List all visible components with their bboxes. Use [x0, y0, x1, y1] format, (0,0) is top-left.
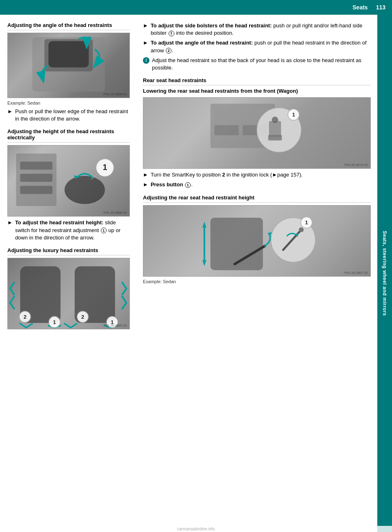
bullet-arrow-icon-4: ► — [143, 39, 148, 54]
bullet-electric-text: To adjust the head restraint height: sli… — [15, 219, 130, 241]
svg-text:2: 2 — [24, 314, 27, 320]
svg-text:1: 1 — [53, 319, 56, 325]
svg-text:1: 1 — [292, 112, 295, 118]
circle-num-press: 1 — [185, 182, 191, 188]
bullet-bolster-bold: To adjust the side bolsters of the head … — [151, 22, 272, 29]
main-content: Adjusting the angle of the head restrain… — [0, 15, 392, 342]
section-heading-rear: Rear seat head restraints — [143, 77, 371, 85]
svg-marker-37 — [203, 260, 207, 266]
bullet-bolster-text: To adjust the side bolsters of the head … — [151, 22, 371, 37]
bullet-smartkey-bold: 2 — [222, 172, 225, 178]
section-rear-head: Rear seat head restraints Lowering the r… — [143, 77, 371, 188]
svg-rect-8 — [20, 186, 52, 194]
circle-num-r2: 2 — [166, 48, 172, 54]
page-number: 113 — [376, 4, 385, 11]
press-button-bold: Press button — [151, 181, 183, 188]
section-heading-angle: Adjusting the angle of the head restrain… — [7, 22, 130, 30]
bullet-arrow-icon-5: ► — [143, 171, 148, 179]
section-rear-height: Adjusting the rear seat head restraint h… — [143, 194, 371, 284]
svg-rect-6 — [20, 162, 52, 170]
bullet-angle-1: ► Push or pull the lower edge of the hea… — [7, 108, 130, 123]
image-watermark-1: P91.16-2608-31 — [104, 92, 127, 96]
circle-num-r1: 1 — [169, 31, 174, 36]
bullet-angle-text: Push or pull the lower edge of the head … — [15, 108, 130, 123]
bullet-electric-bold: To adjust the head restraint height: — [15, 219, 103, 226]
section-heading-luxury: Adjusting the luxury head restraints — [7, 247, 130, 255]
image-watermark-4: P64.25-9074-31 — [345, 163, 368, 167]
bullet-angle: ► To adjust the angle of the head restra… — [143, 39, 371, 54]
section-height-electric: Adjusting the height of the head restrai… — [7, 128, 130, 241]
footer-watermark: carmanualonline.info — [0, 526, 392, 532]
bullet-press-text: Press button 1. — [151, 181, 371, 188]
section-heading-electric: Adjusting the height of the head restrai… — [7, 128, 130, 143]
svg-marker-36 — [203, 221, 207, 228]
image-caption-rear: Example: Sedan — [143, 279, 371, 284]
image-head-angle-svg — [8, 33, 129, 98]
bullet-arrow-icon-6: ► — [143, 181, 148, 188]
svg-rect-30 — [268, 135, 282, 141]
section-angle-head-restraints: Adjusting the angle of the head restrain… — [7, 22, 130, 123]
image-head-electric: 1 P91.10-3688-31 — [7, 145, 130, 217]
sub-section-lowering: Lowering the rear seat head restraints f… — [143, 88, 371, 188]
bullet-angle-bold: To adjust the angle of the head restrain… — [151, 40, 253, 46]
left-column: Adjusting the angle of the head restrain… — [7, 22, 130, 335]
header-title: Seats — [352, 4, 368, 11]
svg-point-31 — [272, 117, 278, 123]
section-luxury: Adjusting the luxury head restraints — [7, 247, 130, 329]
svg-rect-26 — [214, 125, 238, 135]
sidebar-label: Seats, steering wheel and mirrors — [377, 15, 392, 532]
image-rear-adjust-svg: 1 — [143, 206, 370, 276]
image-rear-lower-svg: 1 — [143, 98, 370, 168]
info-icon: i — [143, 57, 149, 64]
info-text: Adjust the head restraint so that the ba… — [152, 57, 371, 72]
svg-text:1: 1 — [305, 219, 308, 226]
image-luxury: 2 1 2 1 P91.16-2803-31 — [7, 258, 130, 329]
info-item: i Adjust the head restraint so that the … — [143, 57, 371, 72]
bullet-angle-right-text: To adjust the angle of the head restrain… — [151, 39, 371, 54]
image-rear-lower: 1 P64.25-9074-31 — [143, 97, 371, 169]
svg-rect-7 — [20, 174, 52, 182]
right-column: ► To adjust the side bolsters of the hea… — [140, 22, 371, 335]
image-head-angle: P91.16-2608-31 — [7, 33, 130, 98]
image-head-electric-svg: 1 — [8, 145, 129, 216]
circle-num-1: 1 — [101, 228, 107, 233]
bullet-smartkey: ► Turn the SmartKey to position 2 in the… — [143, 171, 371, 179]
bullet-arrow-icon-2: ► — [7, 219, 13, 241]
image-watermark-2: P91.10-3688-31 — [104, 211, 127, 215]
header-bar: Seats 113 — [0, 0, 392, 15]
bullet-smartkey-text: Turn the SmartKey to position 2 in the i… — [151, 171, 371, 179]
sidebar-label-text: Seats, steering wheel and mirrors — [382, 231, 388, 316]
bullet-electric-1: ► To adjust the head restraint height: s… — [7, 219, 130, 241]
section-heading-rear-height: Adjusting the rear seat head restraint h… — [143, 194, 371, 203]
sub-heading-lowering: Lowering the rear seat head restraints f… — [143, 88, 371, 94]
image-luxury-svg: 2 1 2 1 — [8, 258, 129, 329]
section-bolsters: ► To adjust the side bolsters of the hea… — [143, 22, 371, 72]
svg-point-42 — [299, 227, 304, 232]
svg-text:1: 1 — [102, 163, 107, 172]
bullet-arrow-icon: ► — [7, 108, 13, 123]
svg-text:2: 2 — [81, 314, 84, 320]
image-caption-1: Example: Sedan — [7, 101, 130, 105]
image-watermark-3: P91.16-2803-31 — [104, 324, 127, 327]
svg-point-9 — [65, 176, 105, 204]
bullet-side-bolster: ► To adjust the side bolsters of the hea… — [143, 22, 371, 37]
bullet-press-button: ► Press button 1. — [143, 181, 371, 188]
bullet-arrow-icon-3: ► — [143, 22, 148, 37]
svg-rect-2 — [49, 41, 89, 67]
image-watermark-5: P91.16-2807-31 — [345, 271, 368, 275]
image-rear-adjust: 1 P91.16-2807-31 — [143, 205, 371, 277]
